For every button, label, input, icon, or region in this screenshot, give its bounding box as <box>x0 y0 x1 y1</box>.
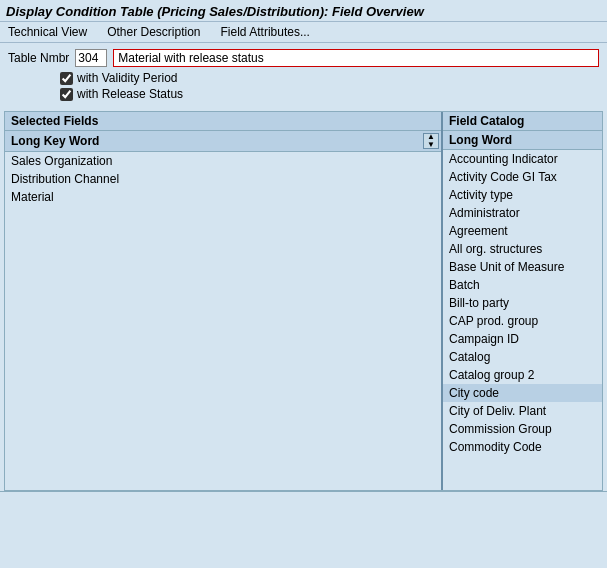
list-item[interactable]: Activity Code GI Tax <box>443 168 602 186</box>
list-item[interactable]: Base Unit of Measure <box>443 258 602 276</box>
list-item[interactable]: Sales Organization <box>5 152 441 170</box>
field-catalog-panel: Field Catalog Long Word Accounting Indic… <box>443 112 602 490</box>
page-title: Display Condition Table (Pricing Sales/D… <box>6 4 601 19</box>
release-status-checkbox[interactable] <box>60 88 73 101</box>
list-item[interactable]: Campaign ID <box>443 330 602 348</box>
catalog-column-label: Long Word <box>449 133 512 147</box>
validity-period-checkbox[interactable] <box>60 72 73 85</box>
selected-fields-header: Selected Fields <box>5 112 441 131</box>
list-item[interactable]: CAP prod. group <box>443 312 602 330</box>
menu-technical-view[interactable]: Technical View <box>6 24 89 40</box>
list-item[interactable]: All org. structures <box>443 240 602 258</box>
table-nmbr-row: Table Nmbr <box>0 43 607 69</box>
table-nmbr-input[interactable] <box>75 49 107 67</box>
left-field-list-area[interactable]: Long Key Word ▲▼ Sales Organization Dist… <box>5 131 441 490</box>
list-item[interactable]: Activity type <box>443 186 602 204</box>
list-item[interactable]: Commodity Code <box>443 438 602 456</box>
catalog-column-header: Long Word <box>443 131 602 150</box>
menu-field-attributes[interactable]: Field Attributes... <box>219 24 312 40</box>
panels-container: Selected Fields Long Key Word ▲▼ Sales O… <box>4 111 603 491</box>
release-status-checkbox-label[interactable]: with Release Status <box>60 87 599 101</box>
list-item[interactable]: City of Deliv. Plant <box>443 402 602 420</box>
list-item[interactable]: City code <box>443 384 602 402</box>
title-bar: Display Condition Table (Pricing Sales/D… <box>0 0 607 22</box>
list-item[interactable]: Administrator <box>443 204 602 222</box>
list-item[interactable]: Commission Group <box>443 420 602 438</box>
table-nmbr-label: Table Nmbr <box>8 51 69 65</box>
list-item[interactable]: Agreement <box>443 222 602 240</box>
menu-other-description[interactable]: Other Description <box>105 24 202 40</box>
list-item[interactable]: Material <box>5 188 441 206</box>
table-name-input[interactable] <box>113 49 599 67</box>
validity-period-checkbox-label[interactable]: with Validity Period <box>60 71 599 85</box>
list-item[interactable]: Catalog <box>443 348 602 366</box>
list-item[interactable]: Accounting Indicator <box>443 150 602 168</box>
field-catalog-list: Long Word Accounting Indicator Activity … <box>443 131 602 456</box>
list-item[interactable]: Bill-to party <box>443 294 602 312</box>
selected-fields-title: Selected Fields <box>11 114 98 128</box>
menu-bar: Technical View Other Description Field A… <box>0 22 607 43</box>
selected-field-list: Long Key Word ▲▼ Sales Organization Dist… <box>5 131 441 206</box>
selected-fields-panel: Selected Fields Long Key Word ▲▼ Sales O… <box>5 112 443 490</box>
checkboxes-row: with Validity Period with Release Status <box>0 69 607 103</box>
release-status-label: with Release Status <box>77 87 183 101</box>
validity-period-label: with Validity Period <box>77 71 178 85</box>
field-catalog-header: Field Catalog <box>443 112 602 131</box>
selected-field-column-header: Long Key Word ▲▼ <box>5 131 441 152</box>
list-item[interactable]: Distribution Channel <box>5 170 441 188</box>
selected-field-column-label: Long Key Word <box>11 134 99 148</box>
list-item[interactable]: Batch <box>443 276 602 294</box>
sort-icon[interactable]: ▲▼ <box>423 133 439 149</box>
field-catalog-scroll-area[interactable]: Long Word Accounting Indicator Activity … <box>443 131 602 490</box>
left-panel-inner: Long Key Word ▲▼ Sales Organization Dist… <box>5 131 441 490</box>
list-item[interactable]: Catalog group 2 <box>443 366 602 384</box>
field-catalog-title: Field Catalog <box>449 114 524 128</box>
bottom-bar <box>0 491 607 511</box>
